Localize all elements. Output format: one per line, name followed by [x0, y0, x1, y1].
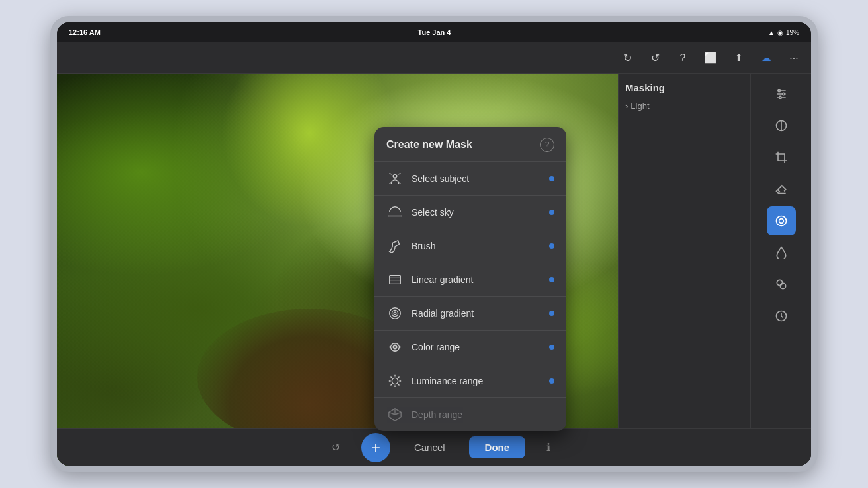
radial-gradient-dot: [549, 311, 554, 316]
mask-option-brush[interactable]: Brush: [374, 229, 566, 263]
mask-option-depth-range[interactable]: Depth range: [374, 398, 566, 431]
status-bar: 12:16 AM Tue Jan 4 ▲ ◉ 19%: [57, 22, 811, 42]
select-subject-dot: [549, 176, 554, 181]
redo-button[interactable]: ↻: [618, 49, 636, 67]
eraser-icon-button[interactable]: [767, 175, 796, 204]
popup-help-button[interactable]: ?: [540, 138, 554, 152]
status-icons: ▲ ◉ 19%: [768, 29, 799, 36]
sliders-icon-button[interactable]: [767, 79, 796, 108]
svg-point-13: [393, 175, 397, 179]
status-time: 12:16 AM: [69, 28, 101, 36]
masking-title: Masking: [625, 82, 744, 93]
fx-icon-button[interactable]: [767, 270, 796, 299]
status-date: Tue Jan 4: [418, 28, 451, 36]
svg-line-30: [398, 376, 400, 378]
brush-dot: [549, 243, 554, 249]
linear-gradient-dot: [549, 277, 554, 282]
radial-gradient-label: Radial gradient: [412, 308, 541, 319]
linear-gradient-icon: [386, 271, 404, 288]
popup-header: Create new Mask ?: [374, 127, 566, 162]
undo-button[interactable]: ↺: [646, 49, 664, 67]
color-range-icon: [386, 339, 404, 356]
svg-point-9: [779, 219, 783, 224]
cancel-button[interactable]: Cancel: [404, 438, 456, 457]
mask-option-select-sky[interactable]: Select sky: [374, 196, 566, 229]
ipad-device: 12:16 AM Tue Jan 4 ▲ ◉ 19% ↻ ↺ ? ⬜ ⬆ ☁ ·…: [50, 16, 818, 472]
help-icon: ?: [545, 140, 550, 149]
bottom-bar: ↺ + Cancel Done ℹ: [57, 428, 811, 466]
right-panel: [750, 74, 811, 466]
svg-point-21: [393, 345, 397, 349]
luminance-range-dot: [549, 378, 554, 384]
circle-icon-button[interactable]: [767, 111, 796, 140]
no-image-button[interactable]: ⬜: [701, 49, 720, 67]
masking-icon-button[interactable]: [767, 206, 796, 235]
color-range-label: Color range: [412, 342, 541, 352]
svg-line-27: [390, 376, 392, 378]
depth-range-label: Depth range: [412, 409, 554, 420]
light-label: Light: [630, 101, 649, 111]
svg-point-5: [779, 96, 781, 98]
create-mask-popup: Create new Mask ? Select subject: [374, 127, 566, 431]
depth-range-icon: [386, 406, 404, 423]
cloud-button[interactable]: ☁: [757, 49, 775, 67]
info-button[interactable]: ℹ: [539, 437, 558, 458]
luminance-range-icon: [386, 372, 404, 389]
light-row[interactable]: › Light: [625, 99, 744, 114]
toolbar: ↻ ↺ ? ⬜ ⬆ ☁ ···: [57, 42, 811, 74]
svg-line-29: [390, 384, 392, 386]
plus-icon: +: [371, 438, 380, 457]
svg-point-22: [392, 378, 398, 384]
history-icon-button[interactable]: [767, 302, 796, 331]
chevron-right-icon: ›: [625, 101, 628, 111]
select-subject-label: Select subject: [412, 173, 541, 184]
luminance-range-label: Luminance range: [412, 376, 541, 386]
cellular-icon: ◉: [777, 29, 783, 36]
brush-label: Brush: [412, 241, 541, 251]
svg-point-4: [782, 93, 784, 95]
mask-option-linear-gradient[interactable]: Linear gradient: [374, 263, 566, 297]
done-button[interactable]: Done: [469, 436, 526, 458]
brush-icon: [386, 237, 404, 255]
drop-icon-button[interactable]: [767, 238, 796, 267]
color-range-dot: [549, 345, 554, 350]
crop-icon-button[interactable]: [767, 143, 796, 172]
share-button[interactable]: ⬆: [729, 49, 748, 67]
svg-point-11: [780, 283, 785, 288]
add-mask-button[interactable]: +: [361, 433, 390, 462]
select-subject-icon: [386, 170, 404, 187]
svg-point-19: [394, 312, 396, 315]
masking-panel: Masking › Light: [618, 74, 750, 466]
mask-option-radial-gradient[interactable]: Radial gradient: [374, 297, 566, 331]
popup-title: Create new Mask: [386, 139, 472, 151]
mask-option-luminance-range[interactable]: Luminance range: [374, 364, 566, 398]
svg-point-10: [777, 280, 782, 285]
help-button[interactable]: ?: [673, 49, 692, 67]
select-sky-label: Select sky: [412, 207, 541, 218]
svg-point-8: [776, 216, 786, 226]
select-sky-dot: [549, 210, 554, 215]
more-button[interactable]: ···: [785, 49, 803, 67]
bottom-divider: [310, 438, 310, 458]
wifi-icon: ▲: [768, 29, 775, 36]
undo-bottom-button[interactable]: ↺: [324, 437, 348, 458]
select-sky-icon: [386, 204, 404, 221]
linear-gradient-label: Linear gradient: [412, 274, 541, 285]
svg-rect-14: [390, 276, 401, 284]
mask-option-color-range[interactable]: Color range: [374, 331, 566, 364]
battery-indicator: 19%: [786, 29, 799, 36]
svg-point-3: [778, 89, 780, 91]
radial-gradient-icon: [386, 305, 404, 322]
svg-line-28: [398, 384, 400, 386]
mask-option-select-subject[interactable]: Select subject: [374, 162, 566, 196]
